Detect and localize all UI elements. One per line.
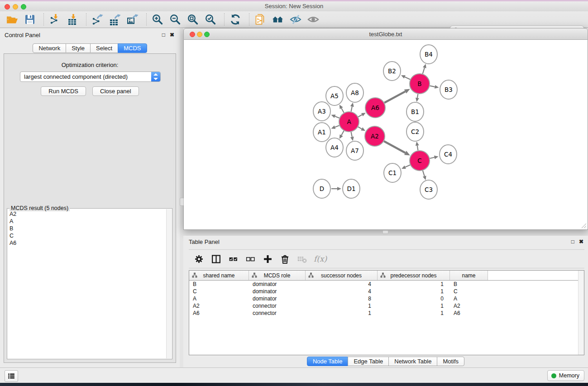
cell-MCDS-role[interactable]: dominator [249,295,306,302]
network-window-titlebar[interactable]: testGlobe.txt [183,28,588,40]
tab-mcds[interactable]: MCDS [118,43,147,53]
import-network-icon[interactable] [49,14,61,25]
open-session-icon[interactable] [6,14,18,25]
column-header-successor-nodes[interactable]: successor nodes [306,271,378,280]
tab-style[interactable]: Style [66,43,91,53]
mcds-result-list[interactable]: A2ABCA6 [8,210,166,358]
network-graph[interactable]: B4B2BB3A8A5A6A3B1AA1C2A2A4A7C4CC1DD1C3 [184,40,588,229]
cell-MCDS-role[interactable]: connector [249,303,306,309]
column-view-icon[interactable] [210,253,221,264]
table-settings-icon[interactable] [193,253,204,264]
column-header-MCDS-role[interactable]: MCDS role [249,271,306,280]
graph-node-A6[interactable]: A6 [365,98,385,118]
table-row[interactable]: Bdominator41B [189,281,584,288]
delete-column-icon[interactable] [279,253,290,264]
mcds-result-scrollbar[interactable] [166,209,172,358]
graph-node-B4[interactable]: B4 [420,45,437,64]
export-table-icon[interactable] [109,14,121,25]
close-panel-button[interactable]: Close panel [92,86,139,96]
mcds-result-item[interactable]: A [10,218,166,225]
graph-node-B3[interactable]: B3 [440,80,457,99]
graph-node-C[interactable]: C [410,151,430,171]
graph-node-A3[interactable]: A3 [313,102,330,121]
cell-successor-nodes[interactable]: 8 [306,295,378,302]
cell-shared-name[interactable]: A [189,295,249,302]
graph-node-A[interactable]: A [339,112,359,132]
graph-node-A5[interactable]: A5 [326,86,343,105]
cell-predecessor-nodes[interactable]: 1 [378,281,450,287]
cell-name[interactable]: A6 [450,310,488,316]
tab-network[interactable]: Network [33,43,66,53]
cell-name[interactable]: A [450,295,488,302]
cell-shared-name[interactable]: B [189,281,249,287]
graph-node-C2[interactable]: C2 [406,122,424,141]
first-neighbors-icon[interactable] [272,14,284,25]
float-panel-icon[interactable]: □ [162,32,165,38]
table-tab-node-table[interactable]: Node Table [307,357,349,366]
graph-node-C1[interactable]: C1 [384,163,401,182]
table-row[interactable]: A6connector11A6 [189,310,584,317]
zoom-fit-icon[interactable] [187,14,199,25]
import-table-icon[interactable] [67,14,78,25]
hide-selected-icon[interactable] [290,14,301,25]
new-network-from-selection-icon[interactable] [254,14,266,25]
cell-shared-name[interactable]: A2 [189,303,249,309]
column-header-shared-name[interactable]: shared name [189,271,249,280]
graph-node-D[interactable]: D [313,179,330,198]
zoom-selected-icon[interactable] [205,14,216,25]
save-session-icon[interactable] [24,14,36,25]
cell-successor-nodes[interactable]: 1 [306,303,378,309]
cell-predecessor-nodes[interactable]: 1 [378,310,450,316]
memory-button[interactable]: Memory [547,370,584,381]
cell-name[interactable]: B [450,281,488,287]
graph-node-B2[interactable]: B2 [383,62,401,81]
mcds-result-item[interactable]: B [10,225,166,232]
table-row[interactable]: Adominator80A [189,295,584,302]
mcds-result-item[interactable]: A2 [10,210,166,218]
cell-name[interactable]: A2 [450,303,488,309]
cell-predecessor-nodes[interactable]: 1 [378,303,450,309]
table-tab-edge-table[interactable]: Edge Table [348,357,389,366]
graph-node-C3[interactable]: C3 [420,180,437,199]
graph-node-A7[interactable]: A7 [346,141,363,160]
graph-node-B[interactable]: B [410,74,430,94]
graph-node-D1[interactable]: D1 [343,179,360,198]
graph-node-A8[interactable]: A8 [346,83,363,102]
run-mcds-button[interactable]: Run MCDS [41,86,86,96]
zoom-out-icon[interactable] [169,14,181,25]
float-table-panel-icon[interactable]: □ [571,238,574,245]
network-canvas[interactable]: B4B2BB3A8A5A6A3B1AA1C2A2A4A7C4CC1DD1C3 [183,40,588,230]
cell-shared-name[interactable]: A6 [189,310,249,316]
show-all-icon[interactable] [307,14,319,25]
close-panel-icon[interactable]: ✖ [170,32,174,38]
tab-select[interactable]: Select [90,43,118,53]
cell-name[interactable]: C [450,288,488,295]
cell-MCDS-role[interactable]: connector [249,310,306,316]
cell-successor-nodes[interactable]: 4 [306,281,378,287]
optimization-criterion-select[interactable]: largest connected component (directed) [20,71,161,82]
cell-shared-name[interactable]: C [189,288,249,295]
export-network-icon[interactable] [91,14,103,25]
table-row[interactable]: A2connector11A2 [189,302,584,310]
close-table-panel-icon[interactable]: ✖ [579,238,583,245]
task-history-button[interactable] [5,370,18,382]
table-tab-motifs[interactable]: Motifs [437,357,464,366]
graph-node-A2[interactable]: A2 [365,126,385,146]
cell-predecessor-nodes[interactable]: 0 [378,295,450,302]
zoom-in-icon[interactable] [152,14,163,25]
column-header-predecessor-nodes[interactable]: predecessor nodes [378,271,450,280]
select-all-columns-icon[interactable] [228,253,239,264]
cell-MCDS-role[interactable]: dominator [249,281,306,287]
mcds-result-item[interactable]: C [10,232,166,239]
horizontal-splitter-handle[interactable] [382,230,388,234]
column-header-name[interactable]: name [450,271,488,280]
graph-node-C4[interactable]: C4 [440,145,457,164]
refresh-layout-icon[interactable] [229,14,241,25]
graph-node-A4[interactable]: A4 [326,138,343,157]
cell-predecessor-nodes[interactable]: 1 [378,288,450,295]
table-tab-network-table[interactable]: Network Table [388,357,437,366]
export-image-icon[interactable] [127,14,139,25]
cell-MCDS-role[interactable]: dominator [249,288,306,295]
add-column-icon[interactable] [262,253,273,264]
graph-node-A1[interactable]: A1 [313,123,330,142]
